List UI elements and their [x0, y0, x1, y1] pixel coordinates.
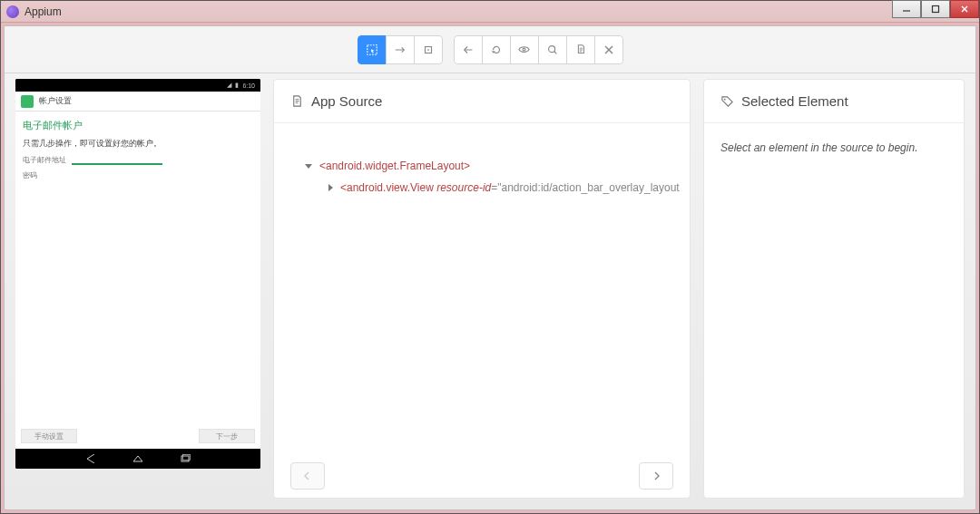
swipe-button[interactable] [386, 35, 415, 64]
device-password-row: 密码 [23, 170, 253, 180]
tree-child-attr-name: resource-id [436, 181, 491, 194]
wifi-icon: ◢ [227, 82, 231, 89]
source-next-button[interactable] [639, 462, 673, 490]
device-screen-title: 电子邮件帐户 [23, 119, 253, 132]
window-controls [892, 0, 979, 18]
app-source-panel: App Source <android.widget.FrameLayout> … [273, 79, 691, 499]
app-source-title: App Source [311, 93, 382, 109]
search-button[interactable] [538, 35, 567, 64]
status-time: 6:10 [242, 82, 255, 89]
svg-rect-1 [933, 6, 939, 13]
action-buttons [454, 35, 623, 64]
device-app-body: 帐户设置 电子邮件帐户 只需几步操作，即可设置好您的帐户。 电子邮件地址 密码 [15, 92, 260, 449]
app-source-body: <android.widget.FrameLayout> <android.vi… [274, 123, 690, 454]
app-source-footer [274, 454, 690, 498]
nav-recent-icon[interactable] [179, 454, 191, 463]
device-password-label: 密码 [23, 170, 37, 180]
tree-child-attr-value: android:id/action_bar_overlay_layout [502, 181, 680, 194]
device-screen-content: 电子邮件帐户 只需几步操作，即可设置好您的帐户。 电子邮件地址 密码 [15, 112, 260, 188]
tree-root-node[interactable]: <android.widget.FrameLayout> [305, 160, 671, 172]
copy-xml-button[interactable] [566, 35, 595, 64]
device-frame[interactable]: ◢ ▮ 6:10 帐户设置 电子邮件帐户 只需几步操作，即可设置好您的帐户。 [15, 79, 260, 469]
appium-logo-icon [6, 5, 19, 18]
tree-child-open: < [340, 181, 347, 194]
app-green-icon [21, 95, 34, 108]
svg-point-7 [427, 49, 429, 51]
selected-element-header: Selected Element [704, 80, 964, 123]
back-button[interactable] [454, 35, 483, 64]
device-navbar [15, 449, 260, 469]
svg-point-22 [724, 99, 726, 101]
tree-root-tag: <android.widget.FrameLayout> [319, 160, 470, 172]
device-statusbar: ◢ ▮ 6:10 [15, 79, 260, 92]
device-manual-setup-button[interactable]: 手动设置 [21, 429, 77, 443]
select-element-button[interactable] [358, 35, 387, 64]
device-panel: ◢ ▮ 6:10 帐户设置 电子邮件帐户 只需几步操作，即可设置好您的帐户。 [15, 79, 260, 499]
caret-down-icon[interactable] [305, 164, 312, 169]
tag-icon [720, 94, 734, 108]
selected-placeholder: Select an element in the source to begin… [720, 141, 917, 154]
titlebar: Appium [1, 1, 979, 23]
caret-right-icon[interactable] [328, 184, 333, 191]
battery-icon: ▮ [235, 82, 239, 89]
close-window-button[interactable] [950, 0, 979, 18]
source-prev-button[interactable] [290, 462, 325, 490]
tree-child-content: <android.view.View resource-id="android:… [340, 181, 680, 194]
device-email-label: 电子邮件地址 [23, 155, 66, 165]
device-app-header: 帐户设置 [15, 92, 260, 112]
mode-buttons [358, 35, 443, 64]
tree-child-tag: android.view.View [347, 181, 434, 194]
device-bottom-buttons: 手动设置 下一步 [15, 423, 260, 449]
minimize-button[interactable] [892, 0, 921, 18]
nav-back-icon[interactable] [84, 454, 97, 463]
panels: ◢ ▮ 6:10 帐户设置 电子邮件帐户 只需几步操作，即可设置好您的帐户。 [5, 73, 975, 509]
content-area: ◢ ▮ 6:10 帐户设置 电子邮件帐户 只需几步操作，即可设置好您的帐户。 [4, 25, 976, 510]
device-email-row: 电子邮件地址 [23, 155, 253, 165]
device-next-button[interactable]: 下一步 [199, 429, 255, 443]
nav-home-icon[interactable] [132, 454, 144, 463]
recording-eye-button[interactable] [510, 35, 539, 64]
selected-element-title: Selected Element [741, 93, 848, 109]
window-title: Appium [24, 5, 62, 18]
maximize-button[interactable] [921, 0, 950, 18]
selected-element-body: Select an element in the source to begin… [704, 123, 964, 172]
app-source-header: App Source [274, 80, 690, 123]
svg-line-11 [554, 51, 556, 53]
close-session-button[interactable] [594, 35, 623, 64]
device-screen-desc: 只需几步操作，即可设置好您的帐户。 [23, 138, 253, 150]
toolbar [5, 26, 975, 73]
device-email-input[interactable] [72, 156, 162, 165]
svg-point-10 [548, 45, 554, 52]
tap-button[interactable] [414, 35, 443, 64]
device-app-header-text: 帐户设置 [39, 95, 72, 107]
selected-element-panel: Selected Element Select an element in th… [703, 79, 965, 499]
refresh-button[interactable] [482, 35, 511, 64]
app-window: Appium [0, 0, 980, 514]
tree-child-node[interactable]: <android.view.View resource-id="android:… [305, 181, 671, 194]
svg-point-9 [523, 48, 525, 51]
document-icon [290, 94, 304, 108]
